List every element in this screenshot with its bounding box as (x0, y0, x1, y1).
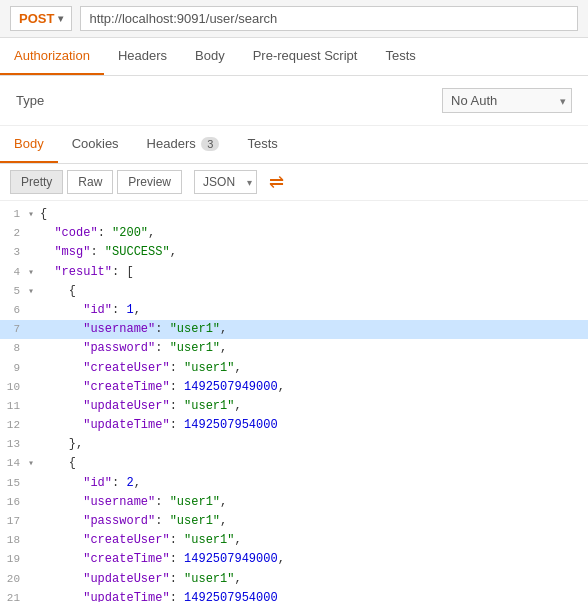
format-type-wrapper[interactable]: JSON XML HTML Text (194, 170, 257, 194)
code-line-10: 10 "createTime": 1492507949000, (0, 378, 588, 397)
tab-body[interactable]: Body (181, 38, 239, 75)
code-line-5: 5 ▾ { (0, 282, 588, 301)
code-line-2: 2 "code": "200", (0, 224, 588, 243)
auth-row: Type No Auth Basic Auth Bearer Token OAu… (0, 76, 588, 126)
code-line-7: 7 "username": "user1", (0, 320, 588, 339)
format-pretty-button[interactable]: Pretty (10, 170, 63, 194)
code-line-15: 15 "id": 2, (0, 474, 588, 493)
tab-body-response[interactable]: Body (0, 126, 58, 163)
code-line-12: 12 "updateTime": 1492507954000 (0, 416, 588, 435)
code-line-17: 17 "password": "user1", (0, 512, 588, 531)
code-line-4: 4 ▾ "result": [ (0, 263, 588, 282)
code-line-14: 14 ▾ { (0, 454, 588, 473)
auth-type-select[interactable]: No Auth Basic Auth Bearer Token OAuth 2.… (442, 88, 572, 113)
code-line-18: 18 "createUser": "user1", (0, 531, 588, 550)
tab-tests-response[interactable]: Tests (233, 126, 291, 163)
code-line-9: 9 "createUser": "user1", (0, 359, 588, 378)
code-line-1: 1 ▾ { (0, 205, 588, 224)
tab-pre-request-script[interactable]: Pre-request Script (239, 38, 372, 75)
response-tabs: Body Cookies Headers 3 Tests (0, 126, 588, 164)
tab-tests-req[interactable]: Tests (371, 38, 429, 75)
code-line-19: 19 "createTime": 1492507949000, (0, 550, 588, 569)
method-button[interactable]: POST ▾ (10, 6, 72, 31)
code-line-21: 21 "updateTime": 1492507954000 (0, 589, 588, 602)
code-line-6: 6 "id": 1, (0, 301, 588, 320)
format-preview-button[interactable]: Preview (117, 170, 182, 194)
code-line-11: 11 "updateUser": "user1", (0, 397, 588, 416)
code-line-20: 20 "updateUser": "user1", (0, 570, 588, 589)
auth-type-label: Type (16, 93, 96, 108)
code-line-16: 16 "username": "user1", (0, 493, 588, 512)
method-label: POST (19, 11, 54, 26)
tab-headers[interactable]: Headers (104, 38, 181, 75)
format-raw-button[interactable]: Raw (67, 170, 113, 194)
code-line-13: 13 }, (0, 435, 588, 454)
code-area: 1 ▾ { 2 "code": "200", 3 "msg": "SUCCESS… (0, 201, 588, 602)
url-input[interactable] (80, 6, 578, 31)
tab-headers-response[interactable]: Headers 3 (133, 126, 234, 163)
request-tabs: Authorization Headers Body Pre-request S… (0, 38, 588, 76)
method-chevron-icon: ▾ (58, 13, 63, 24)
tab-authorization[interactable]: Authorization (0, 38, 104, 75)
auth-type-wrapper[interactable]: No Auth Basic Auth Bearer Token OAuth 2.… (442, 88, 572, 113)
top-bar: POST ▾ (0, 0, 588, 38)
format-bar: Pretty Raw Preview JSON XML HTML Text ⇌ (0, 164, 588, 201)
format-type-select[interactable]: JSON XML HTML Text (194, 170, 257, 194)
code-line-8: 8 "password": "user1", (0, 339, 588, 358)
code-line-3: 3 "msg": "SUCCESS", (0, 243, 588, 262)
tab-cookies[interactable]: Cookies (58, 126, 133, 163)
headers-badge: 3 (201, 137, 219, 151)
filter-icon[interactable]: ⇌ (269, 171, 284, 193)
